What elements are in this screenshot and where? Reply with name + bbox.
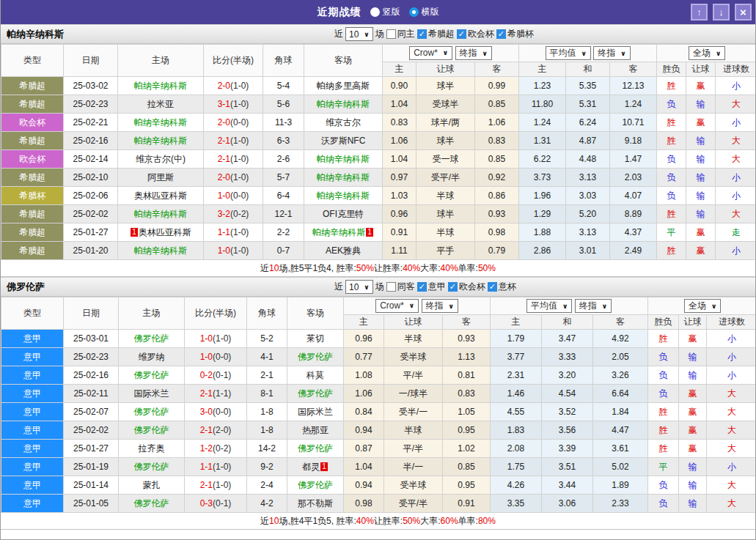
match-date: 25-02-23 [64, 95, 118, 114]
asian-odds-source-select[interactable]: Crow*∨ [409, 46, 452, 60]
move-up-button[interactable]: ↑ [691, 4, 708, 21]
near-label: 近 [334, 281, 343, 293]
competition-checkbox[interactable]: 欧会杯 [448, 281, 485, 293]
europe-away-odds: 3.26 [593, 366, 648, 385]
europe-away-odds: 2.05 [593, 348, 648, 366]
match-date: 25-01-27 [64, 223, 118, 242]
match-row: 意甲25-02-11国际米兰2-1(1-1)8-1佛罗伦萨1.06一/球半0.8… [1, 385, 756, 403]
competition-checkbox[interactable]: 意杯 [488, 281, 516, 293]
competition-checkbox[interactable]: 欧会杯 [457, 28, 494, 40]
corner-score: 2-6 [263, 150, 304, 169]
same-venue-checkbox[interactable]: 同主 [386, 28, 415, 40]
match-count-select[interactable]: 10∨ [345, 280, 373, 294]
europe-odds-source-select[interactable]: 平均值∨ [546, 46, 591, 60]
europe-draw-odds: 3.06 [542, 495, 593, 513]
fulltime-score: 2-1 [200, 425, 213, 435]
fulltime-score: 3-1 [218, 99, 230, 109]
outcome-result: 胜 [648, 330, 679, 348]
goals-result: 小 [707, 330, 756, 348]
scope-select[interactable]: 全场∨ [689, 46, 725, 60]
same-venue-checkbox[interactable]: 同客 [386, 281, 415, 293]
asian-home-odds: 1.06 [383, 132, 416, 150]
away-team: 佛罗伦萨 [287, 476, 344, 495]
halftime-score: (1-0) [213, 333, 231, 344]
asian-odds-time-select[interactable]: 终指∨ [422, 299, 458, 313]
summary-segment: 50% [478, 263, 496, 273]
summary-segment: 60% [441, 516, 458, 526]
col-score: 比分(半场) [185, 297, 247, 330]
score: 2-0(0-0) [204, 114, 263, 132]
home-team: 佛罗伦萨 [119, 366, 185, 385]
team-label: 帕纳辛纳科斯 [134, 81, 187, 91]
europe-odds-source-select[interactable]: 平均值∨ [526, 299, 572, 313]
match-date: 25-01-27 [64, 440, 119, 458]
competition-badge: 意甲 [1, 403, 64, 421]
col-handicap-result: 让球 [679, 315, 707, 330]
handicap-result: 输 [686, 205, 716, 223]
checkbox-icon [488, 282, 497, 292]
match-row: 意甲25-01-27拉齐奥1-2(0-2)14-2佛罗伦萨0.87平/半1.02… [1, 440, 756, 458]
goals-result: 大 [707, 421, 756, 440]
competition-checkbox[interactable]: 意甲 [417, 281, 446, 293]
corner-score: 2-1 [247, 366, 287, 385]
col-handicap: 让球 [384, 315, 443, 330]
competition-checkbox[interactable]: 希腊超 [417, 28, 455, 40]
scope-select[interactable]: 全场∨ [684, 299, 721, 313]
corner-score: 6-4 [263, 187, 304, 205]
match-row: 希腊超25-02-16帕纳辛纳科斯2-1(1-0)6-3沃罗斯NFC1.06球半… [1, 132, 756, 150]
chevron-down-icon: ∨ [711, 303, 716, 310]
europe-draw-odds: 3.47 [542, 330, 593, 348]
chevron-down-icon: ∨ [602, 303, 607, 310]
goals-result: 小 [716, 77, 756, 95]
goals-result: 大 [707, 476, 756, 495]
handicap-line: 半球 [384, 421, 443, 440]
score: 2-1(1-1) [185, 385, 247, 403]
summary-segment: 40% [441, 263, 458, 273]
record-summary: 近10场,胜5平1负4, 胜率:50% 让胜率:40% 大率:40% 单率:50… [1, 260, 755, 277]
europe-home-odds: 1.24 [519, 114, 566, 132]
away-team: 都灵1 [287, 458, 344, 476]
asian-odds-source-select[interactable]: Crow*∨ [375, 299, 419, 313]
handicap-result: 赢 [679, 403, 707, 421]
handicap-result: 输 [679, 495, 707, 513]
europe-odds-time-select[interactable]: 终指∨ [593, 46, 630, 60]
team-label: 佛罗伦萨 [134, 462, 169, 472]
fulltime-score: 2-0 [218, 172, 230, 182]
asian-home-odds: 0.96 [383, 205, 416, 223]
asian-odds-time-select[interactable]: 终指∨ [455, 46, 492, 60]
view-mode-vertical-radio[interactable]: 竖版 [370, 6, 400, 18]
view-mode-horizontal-radio[interactable]: 横版 [409, 6, 439, 18]
col-asian-home: 主 [344, 315, 384, 330]
team-label: 佛罗伦萨 [298, 480, 333, 490]
competition-badge: 希腊超 [1, 169, 64, 187]
europe-draw-odds: 6.24 [566, 114, 610, 132]
europe-odds-time-select[interactable]: 终指∨ [575, 299, 612, 313]
goals-result: 小 [707, 348, 756, 366]
summary-segment: 场,胜4平1负5, 胜率: [279, 515, 356, 528]
asian-home-odds: 1.04 [383, 150, 416, 169]
outcome-result: 胜 [657, 77, 686, 95]
close-button[interactable]: × [735, 4, 752, 21]
competition-checkbox[interactable]: 希腊杯 [496, 28, 534, 40]
asian-away-odds: 0.98 [475, 223, 519, 242]
fulltime-score: 2-1 [218, 136, 230, 146]
goals-result: 大 [716, 205, 756, 223]
handicap-result: 赢 [686, 242, 716, 260]
competition-badge: 意甲 [1, 440, 64, 458]
move-down-button[interactable]: ↓ [713, 4, 730, 21]
goals-result: 小 [716, 242, 756, 260]
halftime-score: (1-0) [230, 99, 249, 109]
match-date: 25-03-01 [64, 330, 119, 348]
europe-home-odds: 1.79 [491, 330, 542, 348]
score: 1-0(1-0) [204, 242, 263, 260]
handicap-line: 半/一 [384, 458, 443, 476]
corner-score: 2-2 [263, 223, 304, 242]
score: 2-0(1-0) [204, 77, 263, 95]
asian-away-odds: 1.02 [443, 440, 491, 458]
team-label: 帕纳多里高斯 [317, 81, 370, 91]
col-goals-result: 进球数 [707, 315, 756, 330]
handicap-line: 球半 [416, 205, 475, 223]
match-count-select[interactable]: 10∨ [345, 27, 373, 41]
match-row: 欧会杯25-02-14维京古尔(中)2-1(1-0)2-6帕纳辛纳科斯1.04受… [1, 150, 756, 169]
competition-badge: 希腊超 [1, 242, 64, 260]
